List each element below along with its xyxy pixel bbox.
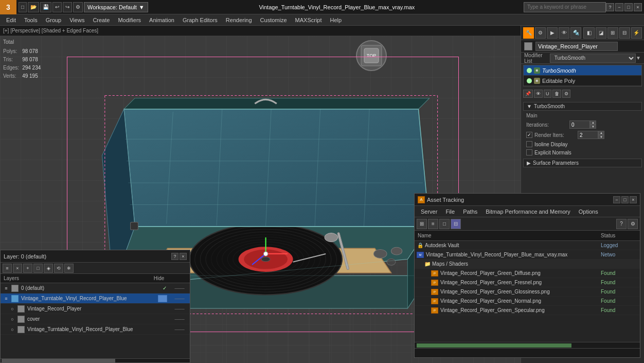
panel-icon-extra2[interactable]: ◪ — [596, 27, 606, 39]
render-iters-checkbox[interactable] — [526, 132, 532, 138]
turbosmooth-bulb[interactable] — [527, 68, 532, 73]
surface-params-header[interactable]: ▶ Surface Parameters — [523, 159, 642, 167]
panel-icon-extra4[interactable]: ⊟ — [619, 27, 630, 39]
utilities-icon[interactable]: 🔩 — [570, 27, 581, 39]
explicit-normals-checkbox[interactable] — [526, 149, 532, 155]
motion-icon[interactable]: ▶ — [547, 27, 558, 39]
asset-minimize-btn[interactable]: − — [613, 196, 620, 203]
layers-close-btn[interactable]: × — [180, 253, 187, 260]
workspace-selector[interactable]: Workspace: Default ▼ — [84, 2, 148, 12]
make-unique-btn[interactable]: U — [544, 90, 551, 98]
configure-btn[interactable]: ⚙ — [562, 90, 570, 98]
layers-help-btn[interactable]: ? — [171, 253, 178, 260]
close-btn[interactable]: × — [634, 3, 642, 11]
menu-help[interactable]: Help — [326, 14, 346, 26]
undo-btn[interactable]: ↩ — [52, 2, 62, 12]
layers-filter-btn[interactable]: ≡ — [3, 264, 12, 273]
layer-row-default[interactable]: ≡ 0 (default) ✓ ─── — [1, 283, 190, 293]
asset-tb-help-btn[interactable]: ? — [616, 219, 627, 229]
editpoly-bulb[interactable] — [527, 78, 532, 83]
maximize-btn[interactable]: □ — [624, 3, 633, 11]
search-box[interactable]: Type a keyword or phrase — [524, 2, 606, 12]
layers-options-btn[interactable]: ⟲ — [54, 264, 63, 273]
object-color-swatch[interactable] — [524, 42, 532, 50]
asset-menu-bitmap[interactable]: Bitmap Performance and Memory — [481, 208, 574, 216]
asset-tb-btn1[interactable]: ⊞ — [417, 219, 427, 229]
modify-icon[interactable]: 🔧 — [523, 27, 534, 39]
asset-row-vault[interactable]: 🔒 Autodesk Vault Logged — [415, 241, 640, 250]
panel-icon-extra3[interactable]: ⊞ — [607, 27, 618, 39]
layer-row-vrp[interactable]: ○ Vintage_Record_Player ─── — [1, 304, 190, 314]
asset-menu-options[interactable]: Options — [575, 208, 602, 216]
asset-row-maxfile[interactable]: M Vintage_Turntable_Vinyl_Record_Player_… — [415, 250, 640, 260]
layer-row-vintage-turntable[interactable]: ≡ Vintage_Turntable_Vinyl_Record_Player_… — [1, 293, 190, 304]
remove-modifier-btn[interactable]: 🗑 — [552, 90, 561, 98]
minimize-btn[interactable]: − — [615, 3, 623, 11]
asset-menu-file[interactable]: File — [441, 208, 459, 216]
open-btn[interactable]: 📂 — [28, 2, 39, 12]
redo-btn[interactable]: ↪ — [63, 2, 72, 12]
menu-rendering[interactable]: Rendering — [222, 14, 256, 26]
object-name-input[interactable] — [535, 42, 618, 51]
menu-tools[interactable]: Tools — [20, 14, 42, 26]
help-icon-btn[interactable]: ? — [606, 3, 614, 11]
menu-animation[interactable]: Animation — [145, 14, 178, 26]
layers-freeze-btn[interactable]: ❄ — [64, 264, 74, 273]
asset-close-btn[interactable]: × — [630, 196, 637, 203]
layer-hide-vt2[interactable]: ─── — [169, 327, 190, 332]
asset-tb-btn2[interactable]: ≡ — [428, 219, 438, 229]
asset-tb-extra-btn[interactable]: ⚙ — [628, 219, 638, 229]
menu-group[interactable]: Group — [42, 14, 66, 26]
iterations-input[interactable] — [569, 120, 590, 129]
asset-row-specular[interactable]: P Vintage_Record_Player_Green_Specular.p… — [415, 306, 640, 315]
layers-delete-btn[interactable]: × — [13, 264, 22, 273]
menu-create[interactable]: Create — [88, 14, 114, 26]
layers-scrollbar[interactable] — [1, 358, 190, 362]
asset-row-maps[interactable]: 📁 Maps / Shaders — [415, 260, 640, 269]
asset-menu-paths[interactable]: Paths — [459, 208, 481, 216]
layers-select-btn[interactable]: □ — [33, 264, 43, 273]
layer-check-default[interactable]: ✓ — [160, 285, 169, 291]
layer-hide-cover[interactable]: ─── — [169, 317, 190, 322]
iterations-up[interactable]: ▲ — [590, 120, 596, 125]
asset-row-diffuse[interactable]: P Vintage_Record_Player_Green_Diffuse.pn… — [415, 269, 640, 278]
menu-maxscript[interactable]: MAXScript — [291, 14, 326, 26]
menu-edit[interactable]: Edit — [2, 14, 20, 26]
asset-menu-server[interactable]: Server — [417, 208, 441, 216]
modifier-turbosmooth[interactable]: ■ TurboSmooth — [524, 65, 641, 76]
layer-hide-vt[interactable]: ─── — [169, 296, 190, 301]
menu-views[interactable]: Views — [65, 14, 88, 26]
panel-icon-extra5[interactable]: ⚡ — [631, 27, 642, 39]
render-iters-input[interactable] — [578, 131, 598, 139]
asset-tb-btn4[interactable]: ⊟ — [451, 219, 461, 229]
layer-row-cover[interactable]: ○ cover ─── — [1, 314, 190, 324]
menu-graph-editors[interactable]: Graph Editors — [178, 14, 222, 26]
turbosmooth-section-header[interactable]: ▼ TurboSmooth — [523, 102, 642, 111]
render-iters-up[interactable]: ▲ — [598, 131, 604, 135]
layer-hide-vrp[interactable]: ─── — [169, 306, 190, 312]
modifier-list-select[interactable]: TurboSmooth Bend Edit Poly — [550, 54, 636, 63]
isoline-checkbox[interactable] — [526, 141, 532, 147]
layer-hide-default[interactable]: ─── — [169, 286, 190, 291]
menu-customize[interactable]: Customize — [256, 14, 291, 26]
asset-tb-btn3[interactable]: □ — [439, 219, 450, 229]
layer-box-vt[interactable] — [158, 295, 167, 302]
asset-row-fresnel[interactable]: P Vintage_Record_Player_Green_Fresnel.pn… — [415, 278, 640, 287]
pin-stack-btn[interactable]: 📌 — [523, 90, 533, 98]
options-btn[interactable]: ⚙ — [73, 2, 83, 12]
iterations-down[interactable]: ▼ — [590, 125, 596, 129]
new-btn[interactable]: □ — [19, 2, 27, 12]
layers-add-btn[interactable]: + — [23, 264, 32, 273]
asset-row-glossiness[interactable]: P Vintage_Record_Player_Green_Glossiness… — [415, 287, 640, 297]
hierarchy-icon[interactable]: ⚙ — [535, 27, 546, 39]
modifier-editable-poly[interactable]: ■ Editable Poly — [524, 76, 641, 86]
show-end-result-btn[interactable]: 👁 — [534, 90, 543, 98]
render-iters-down[interactable]: ▼ — [598, 135, 604, 139]
layers-highlight-btn[interactable]: ◈ — [44, 264, 53, 273]
asset-row-normal[interactable]: P Vintage_Record_Player_Green_Normal.png… — [415, 297, 640, 306]
layer-row-vt2[interactable]: ○ Vintage_Turntable_Vinyl_Record_Player_… — [1, 324, 190, 335]
save-btn[interactable]: 💾 — [40, 2, 51, 12]
menu-modifiers[interactable]: Modifiers — [114, 14, 145, 26]
panel-icon-extra1[interactable]: ◧ — [583, 27, 594, 39]
display-icon[interactable]: 👁 — [559, 27, 569, 39]
